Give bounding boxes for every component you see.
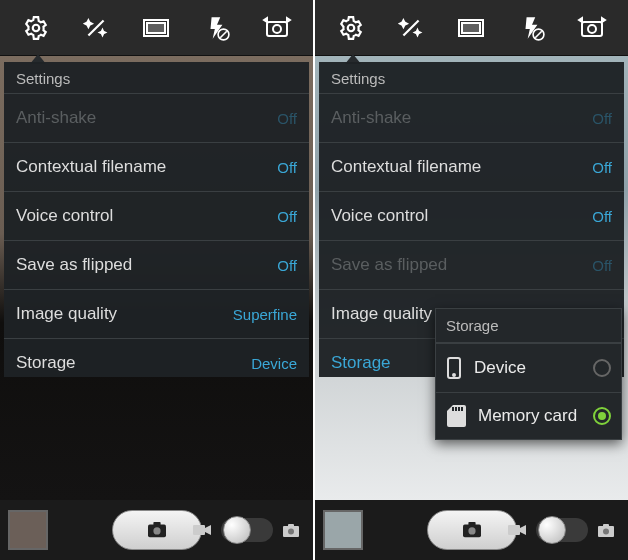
svg-rect-31 [603,524,609,527]
flash-off-icon[interactable] [197,8,237,48]
flash-off-icon[interactable] [512,8,552,48]
setting-row-voice-control[interactable]: Voice controlOff [4,191,309,240]
sd-card-icon [446,405,466,427]
option-label: Memory card [478,406,577,426]
setting-row-storage[interactable]: StorageDevice [4,338,309,377]
setting-row-save-as-flipped[interactable]: Save as flippedOff [319,240,624,289]
svg-rect-28 [508,525,520,535]
setting-label: Anti-shake [16,108,96,128]
svg-rect-12 [288,524,294,527]
setting-label: Image quality [16,304,117,324]
phone-right: Settings Anti-shakeOff Contextual filena… [315,0,628,560]
svg-point-26 [468,527,475,534]
setting-row-save-as-flipped[interactable]: Save as flippedOff [4,240,309,289]
svg-point-7 [153,527,160,534]
svg-rect-8 [153,522,160,526]
mode-track[interactable] [536,518,588,542]
setting-value: Off [277,110,297,127]
phone-left: Settings Anti-shakeOff Contextual filena… [0,0,313,560]
panel-title: Settings [319,62,624,93]
setting-label: Contextual filename [331,157,481,177]
svg-rect-15 [462,23,480,33]
setting-label: Image quality [331,304,432,324]
setting-value: Off [592,159,612,176]
mode-switch[interactable] [508,518,614,542]
switch-camera-icon[interactable] [572,8,612,48]
popup-title: Storage [436,309,621,343]
frame-icon[interactable] [136,8,176,48]
svg-rect-21 [452,407,454,411]
video-icon [508,524,526,536]
option-label: Device [474,358,526,378]
setting-label: Storage [331,353,391,373]
setting-label: Contextual filename [16,157,166,177]
setting-value: Superfine [233,306,297,323]
shutter-button[interactable] [112,510,202,550]
camera-bottom-bar [315,500,628,560]
mode-track[interactable] [221,518,273,542]
setting-row-contextual-filename[interactable]: Contextual filenameOff [4,142,309,191]
svg-point-0 [33,24,40,31]
setting-value: Off [592,257,612,274]
storage-option-memory-card[interactable]: Memory card [436,392,621,439]
setting-value: Device [251,355,297,372]
svg-point-30 [603,528,609,534]
camera-small-icon [283,524,299,537]
setting-label: Voice control [331,206,428,226]
setting-value: Off [592,208,612,225]
shutter-button[interactable] [427,510,517,550]
setting-label: Storage [16,353,76,373]
setting-value: Off [277,159,297,176]
gallery-thumbnail[interactable] [323,510,363,550]
svg-rect-2 [147,23,165,33]
device-icon [446,356,462,380]
svg-rect-24 [461,407,463,411]
svg-point-11 [288,528,294,534]
svg-rect-23 [458,407,460,411]
switch-camera-icon[interactable] [257,8,297,48]
magic-wand-icon[interactable] [391,8,431,48]
magic-wand-icon[interactable] [76,8,116,48]
setting-label: Save as flipped [331,255,447,275]
setting-row-antishake[interactable]: Anti-shakeOff [319,93,624,142]
settings-panel: Settings Anti-shakeOff Contextual filena… [4,62,309,377]
video-icon [193,524,211,536]
settings-gear-icon[interactable] [331,8,371,48]
svg-rect-27 [468,522,475,526]
mode-knob [223,516,251,544]
camera-toolbar [315,0,628,56]
radio-selected[interactable] [593,407,611,425]
camera-toolbar [0,0,313,56]
setting-row-voice-control[interactable]: Voice controlOff [319,191,624,240]
camera-small-icon [598,524,614,537]
setting-row-image-quality[interactable]: Image qualitySuperfine [4,289,309,338]
svg-point-5 [273,25,281,33]
setting-label: Voice control [16,206,113,226]
svg-point-20 [453,374,455,376]
mode-switch[interactable] [193,518,299,542]
settings-gear-icon[interactable] [16,8,56,48]
setting-value: Off [277,208,297,225]
setting-row-contextual-filename[interactable]: Contextual filenameOff [319,142,624,191]
storage-option-device[interactable]: Device [436,343,621,392]
svg-point-18 [588,25,596,33]
frame-icon[interactable] [451,8,491,48]
setting-label: Anti-shake [331,108,411,128]
setting-value: Off [277,257,297,274]
setting-row-antishake[interactable]: Anti-shakeOff [4,93,309,142]
svg-rect-9 [193,525,205,535]
storage-popup: Storage Device Memory card [435,308,622,440]
radio-unselected[interactable] [593,359,611,377]
panel-title: Settings [4,62,309,93]
svg-point-13 [348,24,355,31]
mode-knob [538,516,566,544]
setting-value: Off [592,110,612,127]
setting-label: Save as flipped [16,255,132,275]
gallery-thumbnail[interactable] [8,510,48,550]
camera-bottom-bar [0,500,313,560]
svg-rect-22 [455,407,457,411]
